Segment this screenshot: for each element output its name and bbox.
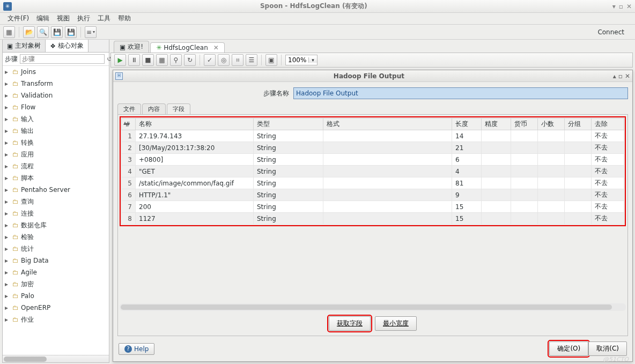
connect-button[interactable]: Connect bbox=[590, 27, 632, 37]
run-icon[interactable]: ▶ bbox=[114, 54, 126, 66]
tab-core-objects[interactable]: ❖核心对象 bbox=[46, 40, 88, 52]
tree-item-label: 作业 bbox=[21, 315, 34, 324]
table-row[interactable]: 81127String15不去 bbox=[122, 213, 624, 225]
tab-transformation[interactable]: ✳HdfsLogClean✕ bbox=[150, 42, 225, 53]
menu-run[interactable]: 执行 bbox=[74, 13, 93, 24]
tree-item[interactable]: ▸🗀Flow bbox=[3, 101, 109, 113]
replay-icon[interactable]: ↻ bbox=[184, 54, 196, 66]
dialog-max-icon[interactable]: ▫ bbox=[618, 72, 623, 80]
sql-icon[interactable]: ⌗ bbox=[232, 54, 243, 66]
col-length[interactable]: 长度 bbox=[452, 118, 482, 130]
maximize-icon[interactable]: ▫ bbox=[619, 3, 623, 10]
col-group[interactable]: 分组 bbox=[565, 118, 592, 130]
tree-item[interactable]: ▸🗀Agile bbox=[3, 266, 109, 278]
new-icon[interactable]: ▦ bbox=[3, 26, 15, 38]
dialog-close-icon[interactable]: ✕ bbox=[625, 72, 630, 80]
min-width-button[interactable]: 最小宽度 bbox=[375, 316, 417, 331]
tree-item[interactable]: ▸🗀加密 bbox=[3, 278, 109, 290]
tree-item[interactable]: ▸🗀转换 bbox=[3, 137, 109, 148]
folder-icon: 🗀 bbox=[12, 245, 19, 252]
explore-db-icon[interactable]: ☰ bbox=[246, 54, 257, 66]
pause-icon[interactable]: ⏸ bbox=[128, 54, 140, 66]
tree-item-label: Pentaho Server bbox=[21, 186, 70, 194]
steps-tree[interactable]: ▸🗀Joins▸🗀Transform▸🗀Validation▸🗀Flow▸🗀输入… bbox=[3, 66, 109, 355]
subtab-content[interactable]: 内容 bbox=[142, 103, 166, 114]
menu-help[interactable]: 帮助 bbox=[115, 13, 134, 24]
grid-scrollbar[interactable] bbox=[120, 303, 626, 311]
check-icon[interactable]: ✓ bbox=[204, 54, 216, 66]
menu-tools[interactable]: 工具 bbox=[94, 13, 114, 24]
debug-icon[interactable]: ⚲ bbox=[170, 54, 182, 66]
col-precision[interactable]: 精度 bbox=[482, 118, 511, 130]
tab-close-icon[interactable]: ✕ bbox=[213, 44, 219, 51]
perspective-dropdown[interactable]: ≡ bbox=[85, 26, 97, 38]
table-row[interactable]: 4"GETString4不去 bbox=[122, 166, 624, 177]
show-results-icon[interactable]: ▣ bbox=[265, 54, 277, 66]
tree-item[interactable]: ▸🗀统计 bbox=[3, 243, 109, 255]
col-remove[interactable]: 去除 bbox=[592, 118, 624, 130]
tab-main-tree[interactable]: ▣主对象树 bbox=[3, 40, 46, 52]
cancel-button[interactable]: 取消(C) bbox=[588, 341, 627, 356]
tree-item[interactable]: ▸🗀Joins bbox=[3, 66, 109, 78]
search-input[interactable] bbox=[20, 54, 105, 64]
tree-item[interactable]: ▸🗀Big Data bbox=[3, 255, 109, 266]
zoom-input[interactable] bbox=[286, 55, 308, 65]
preview-icon[interactable]: ▦ bbox=[156, 54, 168, 66]
tree-item-label: Transform bbox=[21, 80, 53, 87]
open-icon[interactable]: 📂 bbox=[23, 26, 35, 38]
close-icon[interactable]: ✕ bbox=[626, 3, 632, 10]
tree-item[interactable]: ▸🗀输入 bbox=[3, 113, 109, 125]
table-row[interactable]: 3+0800]String6不去 bbox=[122, 154, 624, 166]
help-button[interactable]: ?Help bbox=[119, 343, 154, 355]
ok-button[interactable]: 确定(O) bbox=[549, 341, 588, 356]
tree-item[interactable]: ▸🗀Validation bbox=[3, 90, 109, 101]
table-row[interactable]: 2[30/May/2013:17:38:20String21不去 bbox=[122, 142, 624, 154]
tree-scrollbar[interactable] bbox=[3, 355, 109, 362]
minimize-icon[interactable]: ▾ bbox=[612, 3, 616, 10]
zoom-dropdown-icon[interactable]: ▾ bbox=[308, 57, 317, 63]
tree-item[interactable]: ▸🗀流程 bbox=[3, 160, 109, 172]
explore-icon[interactable]: 🔍 bbox=[37, 26, 49, 38]
folder-icon: 🗀 bbox=[12, 162, 19, 170]
tab-welcome[interactable]: ▣欢迎! bbox=[114, 41, 149, 53]
col-format[interactable]: 格式 bbox=[323, 118, 452, 130]
fields-grid[interactable]: # 名称 类型 格式 长度 精度 货币 小数 分组 去除 bbox=[121, 118, 624, 225]
table-row[interactable]: 7200String15不去 bbox=[122, 201, 624, 213]
col-decimal[interactable]: 小数 bbox=[538, 118, 565, 130]
table-row[interactable]: 5/static/image/common/faq.gifString81不去 bbox=[122, 177, 624, 189]
tree-item[interactable]: ▸🗀连接 bbox=[3, 207, 109, 219]
tree-item[interactable]: ▸🗀数据仓库 bbox=[3, 219, 109, 231]
step-name-input[interactable] bbox=[293, 87, 628, 99]
col-type[interactable]: 类型 bbox=[254, 118, 323, 130]
save-icon[interactable]: 💾 bbox=[51, 26, 63, 38]
canvas-toolbar: ▶ ⏸ ■ ▦ ⚲ ↻ ✓ ◎ ⌗ ☰ ▣ ▾ bbox=[110, 53, 633, 68]
folder-icon: 🗀 bbox=[12, 280, 19, 288]
tree-item[interactable]: ▸🗀Palo bbox=[3, 290, 109, 302]
tree-item[interactable]: ▸🗀脚本 bbox=[3, 172, 109, 184]
table-row[interactable]: 6HTTP/1.1"String9不去 bbox=[122, 189, 624, 201]
menu-file[interactable]: 文件(F) bbox=[4, 13, 32, 24]
subtab-fields[interactable]: 字段 bbox=[167, 103, 190, 114]
tree-item[interactable]: ▸🗀应用 bbox=[3, 148, 109, 160]
folder-icon: 🗀 bbox=[12, 174, 19, 182]
menu-view[interactable]: 视图 bbox=[54, 13, 73, 24]
stop-icon[interactable]: ■ bbox=[142, 54, 154, 66]
menu-edit[interactable]: 编辑 bbox=[33, 13, 53, 24]
tree-item[interactable]: ▸🗀输出 bbox=[3, 125, 109, 137]
tree-item[interactable]: ▸🗀查询 bbox=[3, 196, 109, 207]
tree-item[interactable]: ▸🗀OpenERP bbox=[3, 302, 109, 314]
tree-item[interactable]: ▸🗀Pentaho Server bbox=[3, 184, 109, 196]
tree-item[interactable]: ▸🗀检验 bbox=[3, 231, 109, 243]
subtab-file[interactable]: 文件 bbox=[117, 103, 141, 114]
col-name[interactable]: 名称 bbox=[136, 118, 254, 130]
get-fields-button[interactable]: 获取字段 bbox=[329, 316, 371, 331]
table-row[interactable]: 127.19.74.143String14不去 bbox=[122, 130, 624, 142]
impact-icon[interactable]: ◎ bbox=[218, 54, 230, 66]
col-rownum[interactable]: # bbox=[122, 118, 136, 130]
dialog-rollup-icon[interactable]: ▴ bbox=[613, 72, 616, 80]
saveas-icon[interactable]: 💾 bbox=[65, 26, 77, 38]
col-currency[interactable]: 货币 bbox=[511, 118, 538, 130]
tree-item[interactable]: ▸🗀Transform bbox=[3, 78, 109, 90]
tree-item[interactable]: ▸🗀作业 bbox=[3, 314, 109, 325]
zoom-combo[interactable]: ▾ bbox=[285, 55, 318, 65]
